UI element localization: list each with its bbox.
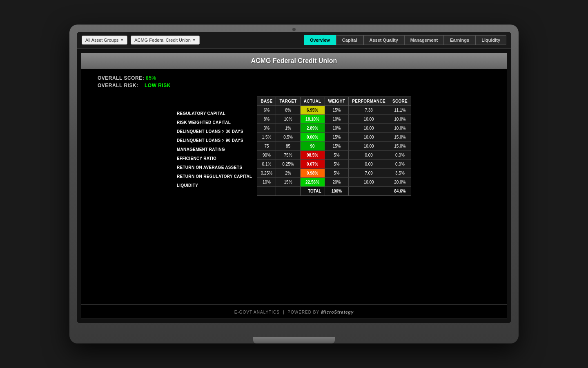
tab-bar: Overview Capital Asset Quality Managemen…	[304, 35, 506, 45]
table-row: 75859015%10.0015.0%	[257, 142, 411, 151]
top-nav: All Asset Groups ▼ ACMG Federal Credit U…	[77, 32, 511, 49]
tab-capital[interactable]: Capital	[336, 35, 363, 45]
col-target: TARGET	[276, 97, 300, 106]
overall-risk-line: OVERALL RISK: LOW RISK	[98, 83, 499, 88]
tab-management[interactable]: Management	[404, 35, 444, 45]
label-return-reg-capital: RETURN ON REGULATORY CAPITAL	[177, 172, 257, 181]
label-risk-weighted-capital: RISK WEIGHTED CAPITAL	[177, 118, 257, 127]
label-efficiency-ratio: EFFICIENCY RATIO	[177, 154, 257, 163]
label-management-rating: MANAGEMENT RATING	[177, 145, 257, 154]
footer-powered-by: POWERED BY	[287, 310, 319, 314]
metrics-layout: REGULATORY CAPITAL RISK WEIGHTED CAPITAL…	[177, 96, 411, 196]
overall-risk-label: OVERALL RISK:	[98, 83, 138, 88]
asset-groups-value: All Asset Groups	[85, 38, 118, 43]
footer-left: E-GOVT ANALYTICS	[234, 310, 280, 314]
label-return-avg-assets: RETURN ON AVERAGE ASSETS	[177, 163, 257, 172]
col-weight: WEIGHT	[325, 97, 349, 106]
label-delinquent-90: DELINQUENT LOANS > 90 DAYS	[177, 136, 257, 145]
overall-score-label: OVERALL SCORE:	[98, 75, 144, 81]
content-area: ACMG Federal Credit Union OVERALL SCORE:…	[77, 49, 511, 323]
table-row: 0.25%2%0.98%5%7.093.5%	[257, 169, 411, 178]
tab-liquidity[interactable]: Liquidity	[475, 35, 506, 45]
table-row: 1.5%0.5%0.00%15%10.0015.0%	[257, 133, 411, 142]
label-delinquent-30: DELINQUENT LOANS > 30 DAYS	[177, 127, 257, 136]
col-actual: ACTUAL	[300, 97, 325, 106]
table-row: 10%15%22.56%20%10.0020.0%	[257, 178, 411, 187]
table-row: 3%1%2.89%10%10.0010.0%	[257, 124, 411, 133]
camera	[292, 28, 296, 31]
card-title: ACMG Federal Credit Union	[251, 57, 337, 64]
dropdown-arrow-1: ▼	[120, 38, 124, 42]
tab-earnings[interactable]: Earnings	[444, 35, 475, 45]
footer-separator: |	[281, 310, 287, 314]
credit-union-dropdown[interactable]: ACMG Federal Credit Union ▼	[131, 36, 199, 45]
asset-groups-dropdown[interactable]: All Asset Groups ▼	[82, 36, 127, 45]
label-liquidity: LIQUIDITY	[177, 181, 257, 190]
col-base: BASE	[257, 97, 276, 106]
laptop-base	[253, 337, 335, 343]
score-section: OVERALL SCORE: 85% OVERALL RISK: LOW RIS…	[89, 75, 499, 90]
overall-score-value: 85%	[146, 75, 156, 81]
row-labels: REGULATORY CAPITAL RISK WEIGHTED CAPITAL…	[177, 96, 257, 190]
dropdown-arrow-2: ▼	[192, 38, 196, 42]
footer-brand: MicroStrategy	[321, 310, 354, 314]
table-row: 90%75%98.5%5%0.000.0%	[257, 151, 411, 160]
label-regulatory-capital: REGULATORY CAPITAL	[177, 109, 257, 118]
col-score: SCORE	[389, 97, 411, 106]
total-row: TOTAL100%84.6%	[257, 187, 411, 196]
overall-risk-value: LOW RISK	[145, 83, 171, 88]
credit-union-value: ACMG Federal Credit Union	[134, 38, 191, 43]
table-row: 6%8%6.95%15%7.3811.1%	[257, 106, 411, 115]
footer-area: E-GOVT ANALYTICS | POWERED BY MicroStrat…	[81, 304, 507, 319]
table-row: 0.1%0.25%0.07%5%0.000.0%	[257, 160, 411, 169]
metrics-table-wrapper: REGULATORY CAPITAL RISK WEIGHTED CAPITAL…	[89, 96, 499, 196]
overall-score-line: OVERALL SCORE: 85%	[98, 75, 499, 81]
tab-asset-quality[interactable]: Asset Quality	[363, 35, 404, 45]
col-performance: PERFORMANCE	[349, 97, 389, 106]
dashboard-card: ACMG Federal Credit Union OVERALL SCORE:…	[81, 53, 507, 319]
tab-overview[interactable]: Overview	[304, 35, 336, 45]
card-body: OVERALL SCORE: 85% OVERALL RISK: LOW RIS…	[81, 69, 507, 304]
card-header: ACMG Federal Credit Union	[81, 53, 507, 69]
metrics-table: BASE TARGET ACTUAL WEIGHT PERFORMANCE SC…	[257, 96, 411, 196]
table-row: 8%10%18.10%10%10.0010.0%	[257, 115, 411, 124]
